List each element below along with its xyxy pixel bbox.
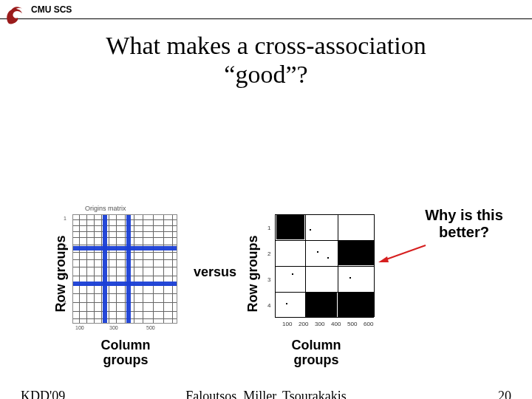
versus-label: versus [194,265,236,280]
header-org-text: CMU SCS [31,4,72,15]
right-row-groups-label: Row groups [245,236,261,313]
footer-page-number: 20 [498,389,511,399]
arrow-icon [377,242,429,265]
left-row-groups-label: Row groups [53,236,69,313]
left-column-groups-label: Column groups [89,338,163,368]
slide-title: What makes a cross-association “good”? [0,31,532,89]
right-column-groups-label: Column groups [279,338,353,368]
right-matrix-axes [275,214,374,318]
slide-header: CMU SCS [0,0,532,19]
why-better-callout: Why is this better? [405,207,523,241]
right-matrix-figure: 1 2 3 4 100 200 300 400 500 600 [263,214,374,332]
svg-marker-1 [378,256,389,262]
left-matrix-figure: 1 2 3 4 100 300 500 [72,214,177,332]
cmu-scs-logo [4,3,27,28]
title-line-2: “good”? [224,61,307,88]
slide-content: Origins matrix 1 2 3 4 100 [0,89,532,340]
title-line-1: What makes a cross-association [106,32,426,59]
left-matrix-grid [72,214,177,324]
svg-line-0 [384,245,426,260]
footer-authors: Faloutsos, Miller, Tsourakakis [0,389,532,399]
left-figure-title: Origins matrix [85,205,126,212]
